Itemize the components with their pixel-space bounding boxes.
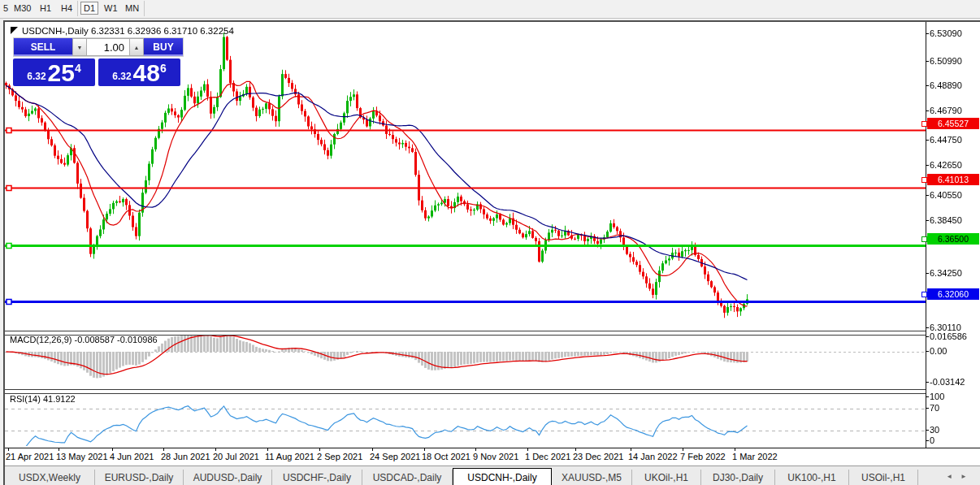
macd-axis-tick: -0.03142 [930,377,965,387]
sell-price-point: 4 [75,62,81,75]
price-tick: 6.53090 [930,28,962,38]
tab-eurusd-daily[interactable]: EURUSD-,Daily [95,470,184,485]
timeframe-toolbar: 5 M30 H1 H4 D1 W1 MN [0,0,980,19]
price-tick: 6.42650 [930,160,962,170]
macd-label: MACD(12,26,9) -0.008587 -0.010986 [10,335,158,344]
buy-price-box[interactable]: 6.32 48 6 [98,58,180,86]
sell-price-handle: 6.32 [27,71,46,82]
sell-button[interactable]: SELL [14,38,72,56]
panel-splitter[interactable] [5,389,980,394]
tf-button-h4[interactable]: H4 [59,2,75,14]
date-tick: 23 Dec 2021 [573,452,623,461]
one-click-trade-panel: SELL ▼ 1.00 ▲ BUY 6.32 25 4 6.32 48 6 [13,37,184,86]
price-tick: 6.40550 [930,190,962,200]
tab-scroll-right-icon[interactable]: ► [960,473,975,480]
hline-price-text: 6.41013 [938,175,969,184]
sell-price-pips: 25 [48,62,75,84]
hline-price-text: 6.45527 [938,119,969,128]
chart-corner-arrow-icon [11,27,18,34]
price-tick: 6.48890 [930,80,962,90]
tab-usdcad-daily[interactable]: USDCAD-,Daily [362,470,453,485]
tf-button-d1[interactable]: D1 [80,2,98,15]
macd-axis-tick: 0.016586 [930,331,967,341]
chart-symbol-period: USDCNH-,Daily [22,26,89,36]
hline-anchor-icon [921,121,927,127]
date-tick: 24 Sep 2021 [370,452,420,461]
tab-ukoil-h1[interactable]: UKOil-,H1 [632,470,701,485]
rsi-axis-tick: 70 [930,403,939,413]
date-tick: 9 Nov 2021 [473,452,518,461]
toolbar-separator [144,1,145,16]
trade-panel-prices: 6.32 25 4 6.32 48 6 [13,58,184,86]
chart-title: USDCNH-,Daily 6.32331 6.32936 6.31710 6.… [22,26,234,36]
tf-button-w1[interactable]: W1 [102,2,120,14]
toolbar-separator [77,1,78,16]
tab-usoil-h1[interactable]: USOil-,H1 [849,470,918,485]
price-tick: 6.38450 [930,215,962,225]
tf-button-h1[interactable]: H1 [37,2,54,14]
buy-price-handle: 6.32 [112,71,131,82]
tf-button-m5[interactable]: 5 [1,2,11,14]
buy-price-pips: 48 [133,62,160,84]
rsi-axis-tick: 100 [930,392,944,401]
date-tick: 14 Jan 2022 [628,452,678,461]
date-tick: 4 Jun 2021 [110,452,154,461]
tab-usdx-weekly[interactable]: USDX,Weekly [5,470,95,485]
rsi-label: RSI(14) 41.9122 [10,394,76,404]
rsi-indicator-canvas[interactable] [5,393,926,446]
date-axis[interactable]: 21 Apr 2021 13 May 2021 4 Jun 2021 28 Ju… [5,448,980,466]
hline-price-text: 6.32060 [938,289,969,299]
price-tick: 6.34250 [930,268,962,278]
rsi-axis-tick: 0 [930,435,934,445]
chart-window: USDCNH-,Daily 6.32331 6.32936 6.31710 6.… [3,20,980,485]
hline-price-tag: 6.36500 [927,233,979,245]
price-tick: 6.46790 [930,106,962,115]
tab-dj30-daily[interactable]: DJ30-,Daily [701,470,775,485]
buy-price-point: 6 [160,62,167,75]
date-tick: 1 Dec 2021 [525,452,570,461]
date-tick: 2 Sep 2021 [317,452,362,461]
tf-button-m30[interactable]: M30 [11,2,33,14]
panel-splitter[interactable] [5,331,980,336]
sell-price-box[interactable]: 6.32 25 4 [13,58,95,86]
macd-axis-tick: 0.00 [930,346,947,356]
date-tick: 1 Mar 2022 [732,452,778,461]
tab-uk100-h1[interactable]: UK100-,H1 [775,470,849,485]
chart-ohlc-quote: 6.32331 6.32936 6.31710 6.32254 [91,26,234,36]
date-tick: 21 Apr 2021 [6,452,54,461]
rsi-axis-tick: 30 [930,425,939,435]
tab-xauusd-m5[interactable]: XAUUSD-,M5 [552,470,632,485]
hline-price-text: 6.36500 [938,234,969,244]
trade-panel-controls: SELL ▼ 1.00 ▲ BUY [13,37,184,57]
price-tick: 6.44750 [930,135,962,145]
tab-usdchf-daily[interactable]: USDCHF-,Daily [272,470,362,485]
volume-down-button[interactable]: ▼ [72,38,87,56]
date-tick: 11 Aug 2021 [265,452,314,461]
hline-anchor-icon [921,292,927,297]
hline-anchor-icon [921,236,927,242]
date-tick: 7 Feb 2022 [680,452,726,461]
hline-price-tag: 6.45527 [927,118,979,129]
volume-up-button[interactable]: ▲ [129,38,144,56]
price-axis[interactable]: 6.53090 6.50990 6.48890 6.46790 6.44750 … [926,22,980,448]
main-plot-area[interactable]: USDCNH-,Daily 6.32331 6.32936 6.31710 6.… [5,22,926,448]
tf-button-mn[interactable]: MN [123,2,141,14]
hline-price-tag: 6.32060 [927,288,979,300]
date-tick: 13 May 2021 [56,452,108,461]
hline-price-tag: 6.41013 [927,174,979,185]
tab-scroll-left-icon[interactable]: ◄ [946,473,960,480]
date-tick: 18 Oct 2021 [422,452,470,461]
volume-input[interactable]: 1.00 [87,38,129,56]
date-tick: 28 Jun 2021 [161,452,210,461]
date-tick: 20 Jul 2021 [213,452,259,461]
hline-anchor-icon [921,177,927,183]
chart-tab-bar: USDX,Weekly EURUSD-,Daily AUDUSD-,Daily … [5,466,980,485]
buy-button[interactable]: BUY [144,38,183,56]
tab-audusd-daily[interactable]: AUDUSD-,Daily [184,470,272,485]
price-tick: 6.50990 [930,56,962,66]
tab-usdcnh-daily[interactable]: USDCNH-,Daily [453,468,552,485]
tab-scroll-arrows[interactable]: ◄► [946,473,975,480]
